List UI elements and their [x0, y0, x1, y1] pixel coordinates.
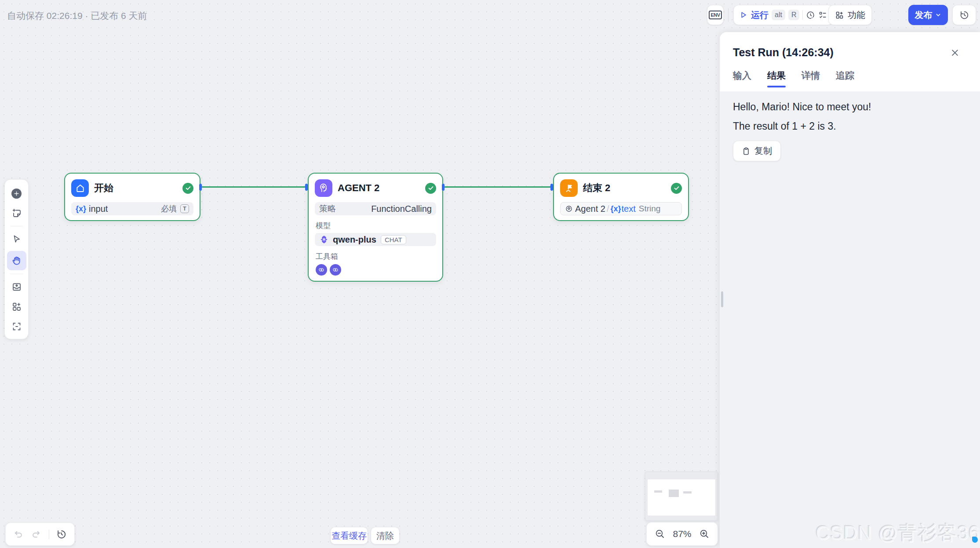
success-check-icon	[671, 183, 682, 194]
node-title: 开始	[94, 181, 113, 195]
home-icon	[71, 179, 89, 197]
copy-button-label: 复制	[754, 145, 772, 157]
panel-tabs: 输入 结果 详情 追踪	[733, 69, 967, 87]
toolbox-section-label: 工具箱	[316, 251, 435, 261]
clipboard-icon	[742, 147, 750, 156]
import-dsl-button[interactable]	[9, 279, 25, 295]
toolbox-row	[316, 264, 435, 276]
test-run-panel: Test Run (14:26:34) 输入 结果 详情 追踪 Hello, M…	[720, 32, 980, 548]
edge-start-to-agent	[201, 186, 308, 188]
model-mode-badge: CHAT	[381, 235, 406, 244]
tab-result[interactable]: 结果	[767, 69, 786, 87]
path-separator: /	[607, 204, 609, 214]
undo-button[interactable]	[13, 529, 24, 540]
node-start[interactable]: 开始 {x} input 必填 T	[64, 173, 200, 221]
minimap-node-mark	[683, 491, 692, 494]
clear-cache-button[interactable]: 清除	[371, 527, 399, 544]
variable-token: {x}	[76, 204, 86, 214]
connector-handle[interactable]	[305, 184, 308, 191]
pointer-tool-button[interactable]	[9, 231, 25, 247]
change-history-button[interactable]	[56, 529, 67, 540]
result-text-line: Hello, Mario! Nice to meet you!	[733, 101, 967, 113]
panel-scrollbar[interactable]	[721, 291, 723, 307]
redo-button[interactable]	[31, 529, 41, 540]
tab-detail[interactable]: 详情	[801, 69, 820, 87]
node-agent[interactable]: AGENT 2 策略 FunctionCalling 模型 qwen-plus …	[308, 173, 443, 282]
zoom-in-button[interactable]	[699, 529, 710, 539]
tab-trace[interactable]: 追踪	[836, 69, 854, 87]
node-title: 结束 2	[583, 181, 610, 195]
features-button[interactable]: 功能	[828, 5, 872, 25]
agent-ref-icon	[565, 205, 573, 213]
result-text-line: The result of 1 + 2 is 3.	[733, 120, 967, 132]
connector-handle[interactable]	[550, 184, 553, 191]
variable-token: {x}	[611, 204, 621, 214]
agent-icon	[315, 179, 332, 197]
node-header: AGENT 2	[309, 174, 442, 197]
tool-divider	[10, 274, 23, 274]
node-header: 结束 2	[554, 174, 688, 197]
end-output-row: Agent 2 / {x} text String	[560, 202, 682, 215]
panel-title: Test Run (14:26:34)	[733, 46, 967, 59]
model-section-label: 模型	[316, 221, 435, 231]
node-title: AGENT 2	[338, 182, 379, 194]
import-box-icon	[11, 282, 22, 292]
strategy-value: FunctionCalling	[371, 204, 432, 214]
minimap-node-mark	[654, 490, 662, 493]
start-variable-row: {x} input 必填 T	[71, 202, 193, 215]
watermark: CSDN @青衫客36	[816, 520, 980, 546]
text-type-icon: T	[180, 204, 189, 213]
minimap[interactable]	[645, 472, 718, 521]
agent-model-row: qwen-plus CHAT	[315, 233, 436, 246]
flag-icon	[560, 179, 578, 197]
group-divider	[49, 530, 49, 539]
zoom-controls: 87%	[646, 522, 718, 546]
plus-icon	[11, 189, 22, 199]
fit-view-icon	[11, 321, 22, 332]
toolbar-divider	[728, 8, 729, 22]
zoom-out-button[interactable]	[655, 529, 665, 539]
play-icon[interactable]	[739, 11, 748, 19]
clock-rewind-icon	[959, 10, 969, 20]
cursor-icon	[11, 234, 22, 244]
tool-link-icon[interactable]	[316, 264, 327, 276]
success-check-icon	[425, 183, 436, 194]
run-toolbar-group: 运行 alt R	[733, 5, 833, 25]
node-end[interactable]: 结束 2 Agent 2 / {x} text String	[553, 173, 689, 221]
view-cache-button[interactable]: 查看缓存	[331, 527, 368, 544]
variable-name: input	[89, 204, 108, 214]
add-node-button[interactable]	[9, 185, 25, 201]
connector-handle[interactable]	[199, 184, 202, 191]
node-header: 开始	[65, 174, 200, 197]
publish-button[interactable]: 发布	[908, 5, 948, 25]
success-check-icon	[182, 183, 193, 194]
variable-type: String	[639, 204, 661, 214]
panel-header: Test Run (14:26:34) 输入 结果 详情 追踪	[720, 32, 980, 91]
close-icon[interactable]	[949, 47, 961, 58]
organize-blocks-button[interactable]	[9, 299, 25, 315]
strategy-label: 策略	[319, 203, 336, 214]
qwen-logo-icon	[319, 235, 329, 244]
checklist-icon[interactable]	[818, 11, 827, 20]
zoom-level-value[interactable]: 87%	[673, 529, 691, 539]
copy-button[interactable]: 复制	[733, 141, 781, 161]
run-button[interactable]: 运行	[751, 9, 769, 21]
version-history-button[interactable]	[952, 5, 976, 25]
connector-handle[interactable]	[442, 184, 444, 191]
add-note-button[interactable]	[9, 205, 25, 221]
source-node-name: Agent 2	[575, 204, 605, 214]
run-history-icon[interactable]	[806, 11, 815, 20]
env-variables-button[interactable]: ENV	[707, 5, 724, 25]
fit-view-button[interactable]	[9, 319, 25, 334]
tab-input[interactable]: 输入	[733, 69, 751, 87]
edge-agent-to-end	[443, 186, 553, 188]
result-content: Hello, Mario! Nice to meet you! The resu…	[720, 91, 980, 171]
hand-icon	[11, 255, 22, 266]
workflow-editor: 自动保存 02:26:19 · 已发布 6 天前 ENV 运行 alt R	[0, 0, 980, 548]
blocks-plus-icon	[11, 301, 22, 312]
shortcut-r-badge: R	[788, 10, 800, 20]
hand-tool-button[interactable]	[7, 251, 26, 270]
tool-link-icon[interactable]	[330, 264, 341, 276]
minimap-viewport	[648, 479, 715, 515]
chevron-down-icon	[935, 11, 942, 18]
